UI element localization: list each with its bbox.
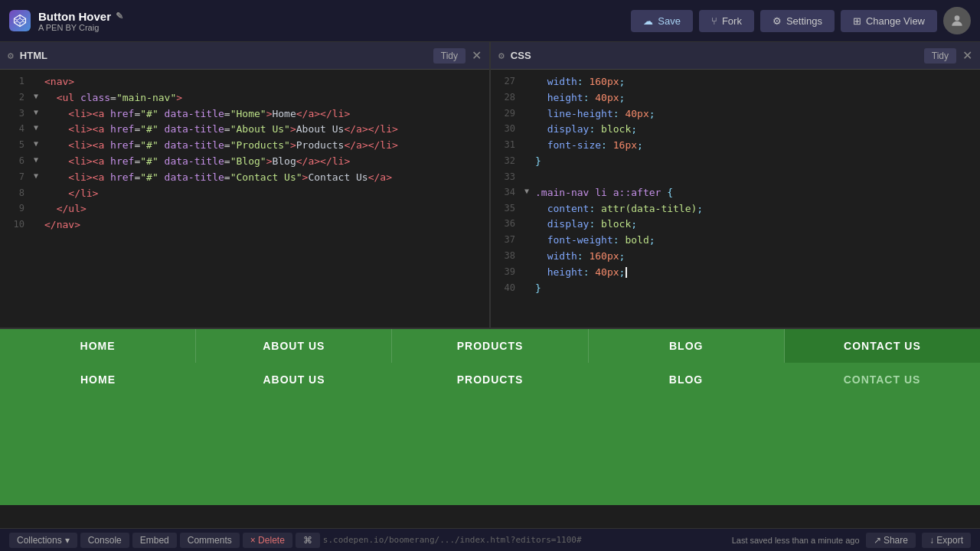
delete-button[interactable]: × Delete bbox=[243, 533, 292, 548]
css-panel: ⚙ CSS Tidy ✕ 27 width: 160px; 28 height:… bbox=[491, 42, 980, 328]
html-panel-header: ⚙ HTML Tidy ✕ bbox=[0, 42, 489, 70]
code-line: 28 height: 40px; bbox=[491, 90, 980, 106]
comments-button[interactable]: Comments bbox=[180, 533, 240, 548]
save-button[interactable]: ☁ Save bbox=[631, 10, 693, 32]
nav-item-blog[interactable]: BLOG bbox=[589, 329, 785, 363]
code-line: 3 ▼ <li><a href="#" data-title="Home">Ho… bbox=[0, 106, 489, 122]
nav-item-products[interactable]: PRODUCTS bbox=[392, 329, 588, 363]
css-gear-icon[interactable]: ⚙ bbox=[498, 50, 505, 61]
last-saved-text: Last saved less than a minute ago bbox=[732, 536, 860, 545]
nav-item-2-contact[interactable]: CONTACT US bbox=[784, 366, 980, 393]
nav-item-2-about[interactable]: ABOUT US bbox=[196, 366, 392, 393]
cmd-button[interactable]: ⌘ bbox=[296, 533, 320, 548]
code-line: 31 font-size: 16px; bbox=[491, 138, 980, 154]
css-close-button[interactable]: ✕ bbox=[962, 48, 972, 63]
top-bar-left: Button Hover ✎ A PEN BY Craig bbox=[9, 10, 123, 32]
nav-item-2-products[interactable]: PRODUCTS bbox=[392, 366, 588, 393]
html-panel: ⚙ HTML Tidy ✕ 1 <nav> 2 ▼ <ul class="mai… bbox=[0, 42, 491, 328]
nav-row-primary: HOME ABOUT US PRODUCTS BLOG CONTACT US bbox=[0, 329, 980, 363]
codepen-logo bbox=[9, 10, 31, 31]
editors-row: ⚙ HTML Tidy ✕ 1 <nav> 2 ▼ <ul class="mai… bbox=[0, 42, 980, 329]
html-code-area[interactable]: 1 <nav> 2 ▼ <ul class="main-nav"> 3 ▼ <l… bbox=[0, 70, 489, 328]
nav-item-about[interactable]: ABOUT US bbox=[196, 329, 392, 363]
share-button[interactable]: ↗ Share bbox=[866, 533, 916, 548]
code-line: 39 height: 40px; bbox=[491, 265, 980, 281]
html-header-right: Tidy ✕ bbox=[433, 48, 482, 64]
bottom-bar-left: Collections ▾ Console Embed Comments × D… bbox=[9, 533, 582, 548]
css-panel-header: ⚙ CSS Tidy ✕ bbox=[491, 42, 980, 70]
code-line: 4 ▼ <li><a href="#" data-title="About Us… bbox=[0, 122, 489, 138]
html-header-left: ⚙ HTML bbox=[8, 50, 47, 61]
html-lang-label: HTML bbox=[20, 50, 47, 61]
code-line: 1 <nav> bbox=[0, 74, 489, 90]
css-code-area[interactable]: 27 width: 160px; 28 height: 40px; 29 lin… bbox=[491, 70, 980, 328]
code-line: 38 width: 160px; bbox=[491, 249, 980, 265]
code-line: 33 bbox=[491, 170, 980, 185]
css-lang-label: CSS bbox=[511, 50, 531, 61]
pen-title-text: Button Hover bbox=[38, 10, 111, 23]
code-line: 29 line-height: 40px; bbox=[491, 106, 980, 122]
code-line: 10 </nav> bbox=[0, 217, 489, 233]
settings-button[interactable]: ⚙ Settings bbox=[760, 10, 835, 32]
nav-item-2-blog[interactable]: BLOG bbox=[588, 366, 784, 393]
code-line: 36 display: block; bbox=[491, 217, 980, 233]
bottom-bar: Collections ▾ Console Embed Comments × D… bbox=[0, 528, 980, 551]
bottom-url: s.codepen.io/boomerang/.../index.html?ed… bbox=[323, 535, 582, 545]
pen-title-row: Button Hover ✎ bbox=[38, 10, 123, 23]
export-button[interactable]: ↓ Export bbox=[922, 533, 971, 548]
bottom-bar-right: Last saved less than a minute ago ↗ Shar… bbox=[732, 533, 971, 548]
nav-item-contact[interactable]: CONTACT US bbox=[785, 329, 980, 363]
svg-point-8 bbox=[955, 15, 960, 21]
html-tidy-button[interactable]: Tidy bbox=[433, 48, 466, 64]
code-line: 32 } bbox=[491, 154, 980, 170]
preview-area: HOME ABOUT US PRODUCTS BLOG CONTACT US H… bbox=[0, 329, 980, 505]
code-line: 9 </ul> bbox=[0, 201, 489, 217]
html-close-button[interactable]: ✕ bbox=[472, 48, 482, 63]
code-line: 30 display: block; bbox=[491, 122, 980, 138]
svg-marker-1 bbox=[17, 18, 23, 23]
fork-button[interactable]: ⑂ Fork bbox=[699, 10, 754, 32]
pen-author: A PEN BY Craig bbox=[38, 23, 123, 32]
embed-button[interactable]: Embed bbox=[132, 533, 177, 548]
top-bar: Button Hover ✎ A PEN BY Craig ☁ Save ⑂ F… bbox=[0, 0, 980, 42]
html-gear-icon[interactable]: ⚙ bbox=[8, 50, 14, 61]
code-line: 37 font-weight: bold; bbox=[491, 233, 980, 249]
change-view-button[interactable]: ⊞ Change View bbox=[841, 10, 937, 32]
code-line: 34 ▼ .main-nav li a::after { bbox=[491, 185, 980, 201]
code-line: 35 content: attr(data-title); bbox=[491, 201, 980, 217]
nav-row-secondary: HOME ABOUT US PRODUCTS BLOG CONTACT US bbox=[0, 363, 980, 393]
css-header-right: Tidy ✕ bbox=[924, 48, 972, 64]
pen-title: Button Hover ✎ A PEN BY Craig bbox=[38, 10, 123, 32]
avatar[interactable] bbox=[943, 7, 971, 34]
code-line: 2 ▼ <ul class="main-nav"> bbox=[0, 90, 489, 106]
code-line: 7 ▼ <li><a href="#" data-title="Contact … bbox=[0, 170, 489, 186]
code-line: 40 } bbox=[491, 281, 980, 297]
console-button[interactable]: Console bbox=[80, 533, 129, 548]
nav-item-2-home[interactable]: HOME bbox=[0, 366, 196, 393]
code-line: 6 ▼ <li><a href="#" data-title="Blog">Bl… bbox=[0, 154, 489, 170]
code-line: 8 </li> bbox=[0, 186, 489, 202]
nav-item-home[interactable]: HOME bbox=[0, 329, 196, 363]
code-line: 27 width: 160px; bbox=[491, 74, 980, 90]
css-header-left: ⚙ CSS bbox=[498, 50, 531, 61]
css-tidy-button[interactable]: Tidy bbox=[924, 48, 956, 64]
collections-button[interactable]: Collections ▾ bbox=[9, 533, 77, 548]
top-bar-actions: ☁ Save ⑂ Fork ⚙ Settings ⊞ Change View bbox=[631, 7, 971, 34]
edit-title-icon[interactable]: ✎ bbox=[116, 11, 123, 21]
code-line: 5 ▼ <li><a href="#" data-title="Products… bbox=[0, 138, 489, 154]
